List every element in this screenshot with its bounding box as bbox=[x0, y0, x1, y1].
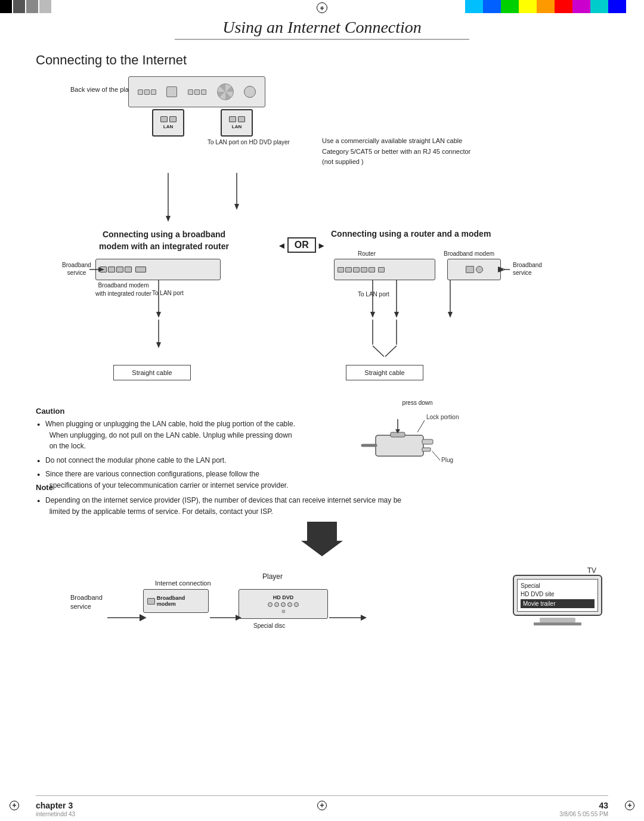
broadband-service-right-label: Broadbandservice bbox=[513, 261, 542, 277]
svg-marker-34 bbox=[301, 522, 343, 556]
player-fan bbox=[217, 83, 234, 100]
registration-mark-top: + bbox=[317, 2, 327, 13]
caution-item-2: ● Do not connect the modular phone cable… bbox=[36, 455, 340, 466]
footer-date: 3/8/06 5:05:55 PM bbox=[559, 811, 608, 817]
svg-marker-36 bbox=[140, 615, 146, 621]
tv-label: TV bbox=[587, 566, 596, 575]
svg-marker-14 bbox=[370, 312, 375, 318]
svg-text:Plug: Plug bbox=[441, 457, 453, 463]
svg-line-22 bbox=[385, 346, 397, 357]
tv-stand bbox=[540, 618, 575, 622]
note-title: Note bbox=[36, 483, 465, 492]
player-back-illustration bbox=[128, 76, 265, 107]
player-label: Player bbox=[262, 572, 283, 581]
straight-cable-right: Straight cable bbox=[346, 365, 423, 380]
cable-description: Use a commercially available straight LA… bbox=[322, 136, 483, 168]
broadband-modem-right-label: Broadband modem bbox=[444, 250, 494, 257]
right-section-title: Connecting using a router and a modem bbox=[331, 229, 558, 238]
lan-plug-illustration: press down Lock portion Plug bbox=[358, 399, 477, 477]
internet-connection-label: Internet connection bbox=[155, 580, 211, 587]
hddvd-player-box: HD DVD ⊙ bbox=[239, 589, 328, 619]
svg-line-24 bbox=[417, 420, 425, 432]
left-section-title: Connecting using a broadbandmodem with a… bbox=[66, 229, 262, 252]
note-section: Note ● Depending on the internet service… bbox=[36, 483, 465, 517]
or-block: ◄ OR ► bbox=[277, 237, 326, 253]
svg-text:Lock portion: Lock portion bbox=[426, 414, 459, 420]
tv-base bbox=[534, 622, 581, 625]
color-bars-right bbox=[465, 0, 644, 13]
caution-title: Caution bbox=[36, 407, 340, 416]
tv-screen: Special HD DVD site Movie trailer bbox=[517, 579, 598, 612]
hddvd-ports bbox=[268, 602, 299, 607]
to-lan-port-left: To LAN port bbox=[152, 290, 184, 296]
svg-marker-7 bbox=[156, 312, 161, 318]
svg-rect-27 bbox=[422, 448, 431, 451]
broadband-modem-bottom-box: Broadband modem bbox=[143, 589, 209, 613]
bottom-diagram: TV Special HD DVD site Movie trailer Pla… bbox=[36, 566, 608, 733]
svg-rect-26 bbox=[422, 439, 433, 444]
big-arrow-svg bbox=[301, 522, 343, 557]
svg-line-33 bbox=[432, 451, 440, 460]
lan-connector-left: LAN bbox=[152, 109, 184, 137]
svg-marker-16 bbox=[394, 312, 399, 318]
broadband-modem-integrated-label: Broadband modemwith integrated router bbox=[95, 281, 151, 298]
special-disc-label: Special disc bbox=[253, 622, 285, 629]
upper-arrows-svg bbox=[36, 107, 608, 238]
registration-mark-bottom-left: + bbox=[10, 801, 19, 810]
player-ports-group1 bbox=[138, 89, 156, 95]
footer-chapter: chapter 3 bbox=[36, 801, 73, 810]
svg-marker-1 bbox=[166, 216, 171, 222]
svg-marker-3 bbox=[234, 204, 239, 210]
player-button bbox=[166, 86, 177, 97]
lan-connector-right: LAN bbox=[221, 109, 253, 137]
upper-diagram: Back view of the player LAN LAN bbox=[36, 70, 608, 404]
special-disc-inner: ⊙ bbox=[281, 609, 286, 614]
caution-section: Caution ● When plugging or unplugging th… bbox=[36, 407, 340, 491]
broadband-service-bottom-label: Broadbandservice bbox=[70, 593, 103, 612]
router-label: Router bbox=[358, 250, 376, 257]
to-lan-port-label: To LAN port on HD DVD player bbox=[208, 138, 290, 147]
player-power-port bbox=[244, 86, 256, 98]
caution-item-1: ● When plugging or unplugging the LAN ca… bbox=[36, 419, 340, 452]
right-vertical-arrows bbox=[328, 279, 513, 374]
broadband-router-box bbox=[95, 259, 221, 280]
router-box bbox=[334, 259, 435, 280]
footer-page-number: 43 bbox=[599, 801, 608, 810]
broadband-modem-right-box bbox=[447, 259, 501, 280]
page-title: Using an Internet Connection bbox=[0, 18, 644, 37]
svg-marker-41 bbox=[361, 615, 367, 621]
movie-trailer-highlight: Movie trailer bbox=[521, 599, 595, 608]
straight-cable-left: Straight cable bbox=[113, 365, 191, 380]
svg-marker-37 bbox=[140, 614, 145, 621]
section-heading: Connecting to the Internet bbox=[36, 52, 187, 68]
footer-filename: internetindd 43 bbox=[36, 811, 75, 817]
plug-svg: Lock portion Plug bbox=[358, 408, 477, 474]
svg-rect-25 bbox=[376, 435, 423, 456]
registration-mark-bottom-center: + bbox=[317, 801, 327, 810]
svg-line-21 bbox=[373, 346, 384, 357]
black-bars bbox=[0, 0, 52, 13]
svg-marker-9 bbox=[156, 342, 161, 348]
big-down-arrow bbox=[301, 522, 343, 559]
note-item-1: ● Depending on the internet service prov… bbox=[36, 495, 465, 517]
player-ports-group2 bbox=[188, 89, 206, 95]
registration-mark-bottom-right: + bbox=[625, 801, 634, 810]
broadband-service-left-label: Broadbandservice bbox=[62, 261, 91, 277]
tv-illustration: Special HD DVD site Movie trailer bbox=[513, 575, 602, 625]
to-lan-port-right1: To LAN port bbox=[358, 291, 389, 298]
svg-marker-18 bbox=[448, 312, 453, 318]
